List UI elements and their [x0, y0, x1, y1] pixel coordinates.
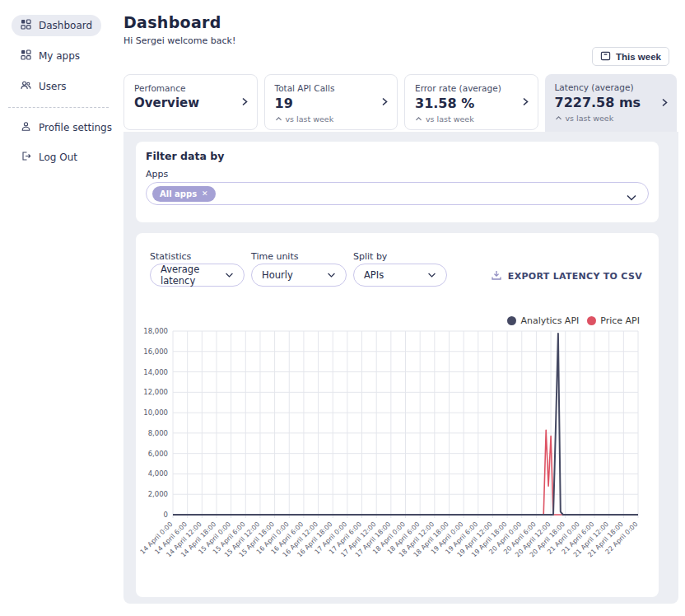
filter-card: Filter data by Apps All apps ✕: [136, 142, 659, 222]
statistics-label: Statistics: [150, 251, 191, 262]
logout-icon: [21, 151, 31, 164]
calendar-icon: [600, 50, 611, 63]
card-latency[interactable]: Latency (average) 7227.58 ms vs last wee…: [545, 74, 678, 132]
card-label: Latency (average): [555, 82, 668, 92]
export-latency-csv-button[interactable]: EXPORT LATENCY TO CSV: [491, 269, 642, 283]
dashboard-page: Dashboard My apps Users Profile settings: [0, 0, 685, 616]
caret-up-icon: [555, 114, 562, 123]
chevron-down-icon: [427, 269, 436, 281]
legend-dot: [587, 316, 596, 325]
sidebar: Dashboard My apps Users Profile settings: [0, 0, 123, 616]
this-week-label: This week: [616, 52, 661, 62]
card-delta: vs last week: [555, 114, 668, 123]
time-units-label: Time units: [251, 251, 298, 262]
page-title: Dashboard: [123, 13, 221, 31]
sidebar-item-label: Dashboard: [39, 20, 92, 31]
chevron-down-icon[interactable]: [626, 189, 637, 205]
caret-up-icon: [415, 114, 422, 124]
card-delta-label: vs last week: [286, 114, 334, 124]
sidebar-item-label: My apps: [39, 50, 80, 62]
card-value: 31.58 %: [415, 96, 528, 111]
all-apps-chip[interactable]: All apps ✕: [152, 186, 216, 202]
grid-icon: [21, 49, 31, 63]
statistics-dropdown[interactable]: Average latency: [150, 264, 245, 287]
legend-dot: [507, 316, 516, 325]
time-units-value: Hourly: [262, 269, 293, 281]
users-icon: [21, 80, 31, 93]
grid-icon: [21, 19, 31, 32]
card-error-rate[interactable]: Error rate (average) 31.58 % vs last wee…: [404, 74, 538, 130]
filter-title: Filter data by: [146, 150, 224, 162]
chevron-right-icon: [381, 95, 389, 110]
summary-cards-row: Perfomance Overview Total API Calls 19 v…: [123, 74, 677, 132]
card-delta-label: vs last week: [426, 114, 474, 124]
chevron-down-icon: [225, 269, 234, 281]
y-tick-label: 2,000: [148, 490, 168, 498]
close-icon[interactable]: ✕: [202, 190, 208, 198]
latency-line-chart: 02,0004,0006,0008,00010,00012,00014,0001…: [140, 325, 655, 593]
sidebar-item-label: Users: [39, 81, 67, 92]
card-delta: vs last week: [415, 114, 528, 124]
card-value: 19: [275, 96, 388, 111]
split-by-value: APIs: [364, 269, 384, 281]
card-label: Total API Calls: [275, 83, 388, 93]
y-tick-label: 10,000: [143, 408, 168, 417]
y-tick-label: 6,000: [148, 450, 168, 458]
sidebar-item-dashboard[interactable]: Dashboard: [12, 15, 101, 36]
y-tick-label: 4,000: [148, 469, 168, 478]
apps-label: Apps: [146, 169, 168, 180]
sidebar-item-log-out[interactable]: Log Out: [12, 147, 86, 168]
card-total-api-calls[interactable]: Total API Calls 19 vs last week: [264, 74, 398, 130]
chip-label: All apps: [160, 189, 197, 198]
time-units-dropdown[interactable]: Hourly: [251, 264, 347, 287]
sidebar-item-my-apps[interactable]: My apps: [12, 45, 89, 67]
this-week-button[interactable]: This week: [592, 47, 669, 66]
card-value: 7227.58 ms: [555, 95, 668, 110]
page-subtitle: Hi Sergei welcome back!: [123, 35, 235, 46]
y-tick-label: 8,000: [148, 429, 168, 437]
card-value: Overview: [134, 96, 247, 110]
chevron-right-icon: [661, 96, 669, 111]
y-tick-label: 18,000: [143, 327, 168, 335]
statistics-value: Average latency: [161, 264, 225, 287]
content-panel: Filter data by Apps All apps ✕ Statistic…: [123, 132, 678, 604]
card-delta: vs last week: [275, 114, 388, 124]
person-icon: [21, 121, 31, 134]
y-tick-label: 0: [164, 511, 168, 519]
y-tick-label: 12,000: [143, 388, 168, 396]
sidebar-item-users[interactable]: Users: [12, 76, 76, 97]
chevron-right-icon: [241, 95, 249, 110]
download-icon: [491, 269, 502, 283]
card-delta-label: vs last week: [566, 114, 614, 123]
apps-multiselect-input[interactable]: All apps ✕: [146, 182, 649, 205]
y-tick-label: 14,000: [143, 368, 168, 376]
card-label: Error rate (average): [415, 83, 528, 93]
y-tick-label: 16,000: [143, 348, 168, 356]
chevron-right-icon: [522, 95, 529, 110]
card-performance-overview[interactable]: Perfomance Overview: [123, 74, 258, 130]
sidebar-item-label: Profile settings: [39, 122, 112, 133]
chevron-down-icon: [327, 269, 336, 281]
sidebar-divider: [8, 107, 109, 108]
sidebar-item-label: Log Out: [39, 152, 77, 163]
split-by-label: Split by: [353, 251, 387, 262]
card-label: Perfomance: [134, 83, 247, 93]
sidebar-item-profile-settings[interactable]: Profile settings: [12, 117, 121, 138]
caret-up-icon: [275, 114, 282, 124]
latency-chart-card: Statistics Time units Split by Average l…: [136, 233, 659, 597]
export-label: EXPORT LATENCY TO CSV: [508, 271, 642, 282]
split-by-dropdown[interactable]: APIs: [353, 264, 447, 287]
